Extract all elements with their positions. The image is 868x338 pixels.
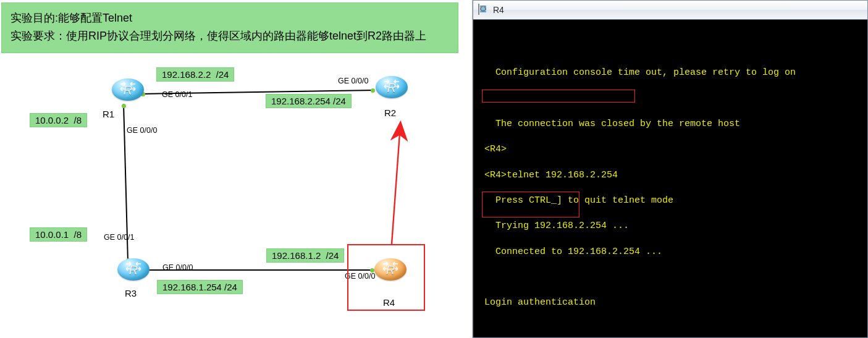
highlight-telnet-command [482,90,635,103]
term-line: The connection was closed by the remote … [484,119,740,129]
term-line: Configuration console time out, please r… [484,67,796,78]
highlight-auth-box [482,192,579,218]
console-titlebar[interactable]: R4 [473,0,868,20]
app-icon [478,4,489,15]
term-line: Connected to 192.168.2.254 ... [484,247,662,257]
term-line: Trying 192.168.2.254 ... [484,221,629,231]
arrow-r4-to-r2 [0,0,471,338]
console-body[interactable]: Configuration console time out, please r… [473,20,868,338]
svg-line-3 [392,125,400,244]
term-line: <R4>telnet 192.168.2.254 [484,170,618,180]
network-diagram: 实验目的:能够配置Telnet 实验要求：使用RIP协议合理划分网络，使得区域内… [0,0,471,338]
console-title: R4 [493,5,504,15]
term-line: Login authentication [484,297,596,308]
term-line: <R4> [484,144,507,154]
console-window: R4 Configuration console time out, pleas… [472,0,868,338]
